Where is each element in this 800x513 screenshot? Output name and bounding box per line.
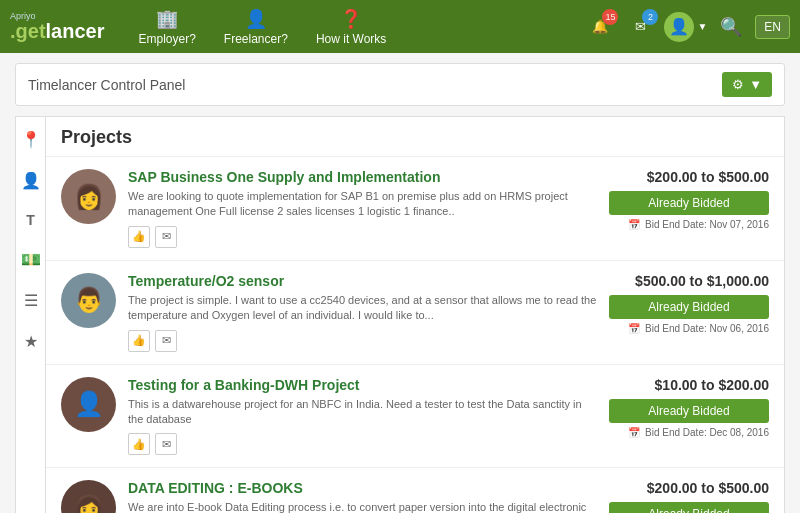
project-actions-1: 👍 ✉ [128, 226, 597, 248]
project-actions-3: 👍 ✉ [128, 433, 597, 455]
nav-freelancer[interactable]: 👤 Freelancer? [210, 8, 302, 46]
bid-button-4[interactable]: Already Bidded [609, 502, 769, 513]
project-title-1[interactable]: SAP Business One Supply and Implementati… [128, 169, 597, 185]
project-title-2[interactable]: Temperature/O2 sensor [128, 273, 597, 289]
language-btn[interactable]: EN [755, 15, 790, 39]
notifications-btn[interactable]: 🔔 15 [584, 11, 616, 43]
message-badge: 2 [642, 9, 658, 25]
sidebar-text-icon[interactable]: T [16, 207, 45, 233]
calendar-icon-3: 📅 [628, 427, 640, 438]
table-row: 👩 SAP Business One Supply and Implementa… [46, 157, 784, 261]
price-range-4: $200.00 to $500.00 [609, 480, 769, 496]
messages-btn[interactable]: ✉ 2 [624, 11, 656, 43]
bid-end-1: 📅 Bid End Date: Nov 07, 2016 [609, 219, 769, 230]
projects-area: Projects 👩 SAP Business One Supply and I… [45, 116, 785, 513]
settings-chevron: ▼ [749, 77, 762, 92]
gear-icon: ⚙ [732, 77, 744, 92]
sidebar-star-icon[interactable]: ★ [16, 327, 45, 356]
table-row: 👨 Temperature/O2 sensor The project is s… [46, 261, 784, 365]
message-icon-2[interactable]: ✉ [155, 330, 177, 352]
logo: Apriyo .getlancer [10, 12, 105, 41]
control-panel-title: Timelancer Control Panel [28, 77, 185, 93]
sidebar-user-icon[interactable]: 👤 [16, 166, 45, 195]
project-right-3: $10.00 to $200.00 Already Bidded 📅 Bid E… [609, 377, 769, 438]
table-row: 👤 Testing for a Banking-DWH Project This… [46, 365, 784, 469]
header: Apriyo .getlancer 🏢 Employer? 👤 Freelanc… [0, 0, 800, 53]
price-range-3: $10.00 to $200.00 [609, 377, 769, 393]
user-avatar-btn[interactable]: 👤 ▼ [664, 12, 707, 42]
calendar-icon-1: 📅 [628, 219, 640, 230]
project-info-4: DATA EDITING : E-BOOKS We are into E-boo… [128, 480, 597, 513]
bid-end-2: 📅 Bid End Date: Nov 06, 2016 [609, 323, 769, 334]
avatar: 👤 [664, 12, 694, 42]
nav-employer[interactable]: 🏢 Employer? [125, 8, 210, 46]
project-actions-2: 👍 ✉ [128, 330, 597, 352]
projects-title: Projects [46, 117, 784, 157]
sidebar-location-icon[interactable]: 📍 [16, 125, 45, 154]
sidebar-money-icon[interactable]: 💵 [16, 245, 45, 274]
project-desc-3: This is a datwarehouse project for an NB… [128, 397, 597, 428]
like-icon-2[interactable]: 👍 [128, 330, 150, 352]
nav-how-it-works[interactable]: ❓ How it Works [302, 8, 400, 46]
project-right-4: $200.00 to $500.00 Already Bidded 📅 Bid … [609, 480, 769, 513]
project-right-2: $500.00 to $1,000.00 Already Bidded 📅 Bi… [609, 273, 769, 334]
bid-end-3: 📅 Bid End Date: Dec 08, 2016 [609, 427, 769, 438]
project-title-3[interactable]: Testing for a Banking-DWH Project [128, 377, 597, 393]
price-range-2: $500.00 to $1,000.00 [609, 273, 769, 289]
sidebar-list-icon[interactable]: ☰ [16, 286, 45, 315]
project-right-1: $200.00 to $500.00 Already Bidded 📅 Bid … [609, 169, 769, 230]
main-content: 📍 👤 T 💵 ☰ ★ Projects 👩 SAP Business One … [15, 116, 785, 513]
sidebar: 📍 👤 T 💵 ☰ ★ [15, 116, 45, 513]
freelancer-icon: 👤 [224, 8, 288, 30]
project-title-4[interactable]: DATA EDITING : E-BOOKS [128, 480, 597, 496]
project-desc-2: The project is simple. I want to use a c… [128, 293, 597, 324]
employer-icon: 🏢 [139, 8, 196, 30]
bid-button-3[interactable]: Already Bidded [609, 399, 769, 423]
message-icon-1[interactable]: ✉ [155, 226, 177, 248]
message-icon-3[interactable]: ✉ [155, 433, 177, 455]
how-it-works-icon: ❓ [316, 8, 386, 30]
calendar-icon-2: 📅 [628, 323, 640, 334]
table-row: 👩 DATA EDITING : E-BOOKS We are into E-b… [46, 468, 784, 513]
project-desc-4: We are into E-book Data Editing process … [128, 500, 597, 513]
project-info-3: Testing for a Banking-DWH Project This i… [128, 377, 597, 456]
logo-main: .getlancer [10, 21, 105, 41]
search-btn[interactable]: 🔍 [715, 11, 747, 43]
settings-button[interactable]: ⚙ ▼ [722, 72, 772, 97]
project-thumb-4: 👩 [61, 480, 116, 513]
project-thumb-1: 👩 [61, 169, 116, 224]
projects-list: 👩 SAP Business One Supply and Implementa… [46, 157, 784, 513]
project-thumb-2: 👨 [61, 273, 116, 328]
bid-button-2[interactable]: Already Bidded [609, 295, 769, 319]
price-range-1: $200.00 to $500.00 [609, 169, 769, 185]
main-nav: 🏢 Employer? 👤 Freelancer? ❓ How it Works [125, 8, 585, 46]
project-desc-1: We are looking to quote implementation f… [128, 189, 597, 220]
like-icon-1[interactable]: 👍 [128, 226, 150, 248]
like-icon-3[interactable]: 👍 [128, 433, 150, 455]
control-panel-bar: Timelancer Control Panel ⚙ ▼ [15, 63, 785, 106]
project-info-1: SAP Business One Supply and Implementati… [128, 169, 597, 248]
project-thumb-3: 👤 [61, 377, 116, 432]
search-icon: 🔍 [720, 16, 742, 38]
bid-button-1[interactable]: Already Bidded [609, 191, 769, 215]
header-right: 🔔 15 ✉ 2 👤 ▼ 🔍 EN [584, 11, 790, 43]
project-info-2: Temperature/O2 sensor The project is sim… [128, 273, 597, 352]
avatar-chevron: ▼ [697, 21, 707, 32]
notification-badge: 15 [602, 9, 618, 25]
